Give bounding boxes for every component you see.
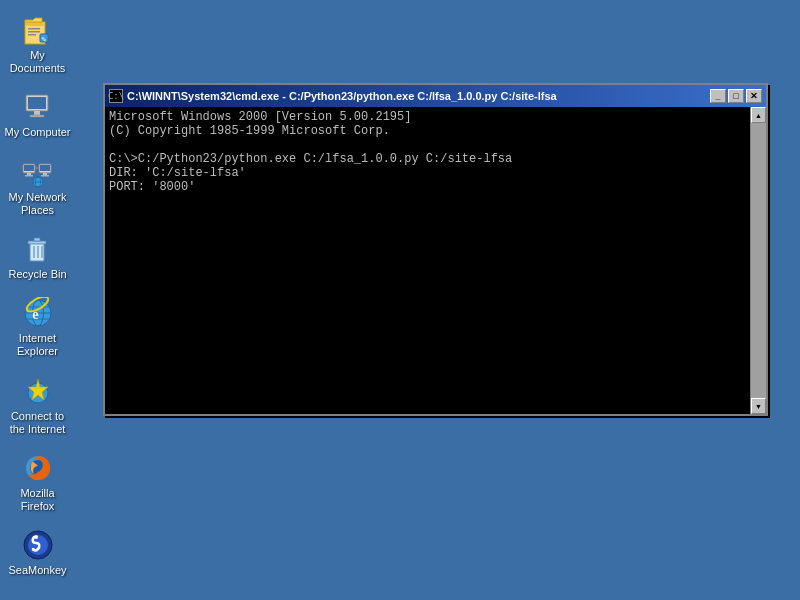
recycle-bin-label: Recycle Bin (8, 268, 66, 281)
svg-point-44 (32, 548, 35, 551)
svg-rect-10 (34, 111, 40, 115)
my-documents-icon[interactable]: ✎ My Documents (0, 10, 75, 79)
recycle-bin-img (22, 233, 54, 265)
svg-rect-26 (34, 238, 40, 241)
connect-internet-label: Connect to the Internet (4, 410, 71, 436)
desktop: ✎ My Documents My Computer (0, 0, 800, 600)
my-computer-icon[interactable]: My Computer (0, 87, 75, 143)
my-network-places-icon[interactable]: My Network Places (0, 152, 75, 221)
cmd-title-left: C:\ C:\WINNT\System32\cmd.exe - C:/Pytho… (109, 89, 557, 103)
svg-rect-9 (28, 97, 46, 109)
my-computer-label: My Computer (4, 126, 70, 139)
desktop-icons: ✎ My Documents My Computer (0, 0, 80, 589)
svg-rect-11 (30, 115, 44, 117)
cmd-body: Microsoft Windows 2000 [Version 5.00.219… (105, 107, 766, 414)
cmd-window: C:\ C:\WINNT\System32\cmd.exe - C:/Pytho… (103, 83, 768, 416)
svg-rect-18 (43, 173, 47, 175)
svg-rect-14 (27, 173, 31, 175)
minimize-button[interactable]: _ (710, 89, 726, 103)
svg-rect-17 (40, 165, 50, 171)
svg-rect-15 (25, 175, 33, 177)
svg-point-43 (34, 535, 38, 539)
cmd-app-icon: C:\ (109, 89, 123, 103)
svg-rect-1 (25, 22, 45, 26)
my-network-places-label: My Network Places (4, 191, 71, 217)
seamonkey-label: SeaMonkey (8, 564, 66, 577)
svg-marker-2 (25, 18, 42, 22)
mozilla-firefox-icon[interactable]: Mozilla Firefox (0, 448, 75, 517)
svg-rect-13 (24, 165, 34, 171)
cmd-title-text: C:\WINNT\System32\cmd.exe - C:/Python23/… (127, 90, 557, 102)
my-documents-label: My Documents (4, 49, 71, 75)
maximize-button[interactable]: □ (728, 89, 744, 103)
seamonkey-img (22, 529, 54, 561)
scroll-down-button[interactable]: ▼ (751, 398, 766, 414)
svg-rect-4 (28, 31, 40, 33)
internet-explorer-img: e (22, 297, 54, 329)
internet-explorer-label: Internet Explorer (4, 332, 71, 358)
svg-rect-3 (28, 28, 40, 30)
my-network-places-img (22, 156, 54, 188)
connect-internet-img (22, 375, 54, 407)
cmd-titlebar[interactable]: C:\ C:\WINNT\System32\cmd.exe - C:/Pytho… (105, 85, 766, 107)
close-button[interactable]: ✕ (746, 89, 762, 103)
cmd-controls: _ □ ✕ (710, 89, 762, 103)
svg-rect-19 (41, 175, 49, 177)
mozilla-firefox-img (22, 452, 54, 484)
svg-text:✎: ✎ (41, 36, 47, 43)
cmd-scrollbar[interactable]: ▲ ▼ (750, 107, 766, 414)
scroll-up-button[interactable]: ▲ (751, 107, 766, 123)
scrollbar-track (751, 123, 766, 398)
mozilla-firefox-label: Mozilla Firefox (4, 487, 71, 513)
internet-explorer-icon[interactable]: e Internet Explorer (0, 293, 75, 362)
seamonkey-icon[interactable]: SeaMonkey (0, 525, 75, 581)
svg-rect-25 (28, 241, 46, 244)
my-computer-img (22, 91, 54, 123)
my-documents-img: ✎ (22, 14, 54, 46)
recycle-bin-icon[interactable]: Recycle Bin (0, 229, 75, 285)
cmd-content-area: Microsoft Windows 2000 [Version 5.00.219… (105, 107, 750, 414)
svg-rect-5 (28, 34, 36, 36)
connect-internet-icon[interactable]: Connect to the Internet (0, 371, 75, 440)
